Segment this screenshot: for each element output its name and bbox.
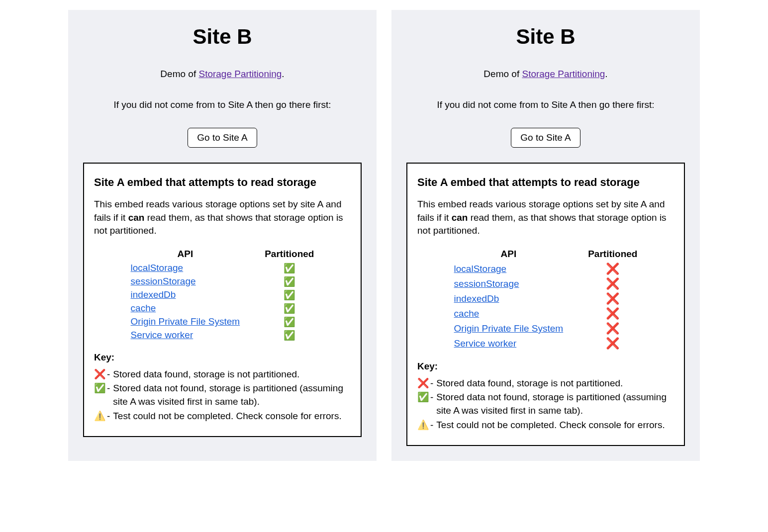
key-dash: - bbox=[430, 419, 436, 432]
key-list-1: ❌- Stored data found, storage is not par… bbox=[417, 377, 674, 432]
api-link[interactable]: Origin Private File System bbox=[454, 323, 564, 334]
api-cell: localStorage bbox=[118, 262, 253, 275]
api-link[interactable]: Service worker bbox=[454, 338, 517, 349]
api-link[interactable]: indexedDb bbox=[454, 293, 499, 304]
key-text: Stored data found, storage is not partit… bbox=[436, 377, 674, 390]
api-link[interactable]: sessionStorage bbox=[454, 278, 519, 289]
api-cell: Service worker bbox=[118, 329, 253, 342]
key-row: ❌- Stored data found, storage is not par… bbox=[417, 377, 674, 390]
storage-partitioning-link[interactable]: Storage Partitioning bbox=[198, 69, 282, 79]
key-text: Stored data found, storage is not partit… bbox=[113, 368, 351, 381]
warning-icon: ⚠️ bbox=[417, 419, 430, 432]
api-cell: sessionStorage bbox=[442, 276, 576, 291]
key-title: Key: bbox=[417, 361, 674, 372]
key-text: Stored data not found, storage is partit… bbox=[113, 382, 351, 408]
table-row: Origin Private File System❌ bbox=[442, 321, 650, 336]
embed-description: This embed reads various storage options… bbox=[94, 198, 351, 238]
status-cell: ❌ bbox=[576, 276, 650, 291]
go-to-site-a-button[interactable]: Go to Site A bbox=[511, 128, 580, 148]
check-icon: ✅ bbox=[94, 382, 107, 395]
key-dash: - bbox=[107, 410, 113, 423]
api-cell: indexedDb bbox=[442, 291, 576, 306]
api-link[interactable]: sessionStorage bbox=[131, 276, 196, 286]
api-cell: Service worker bbox=[442, 336, 576, 351]
check-icon: ✅ bbox=[284, 303, 295, 314]
api-link[interactable]: localStorage bbox=[454, 264, 507, 274]
embed-desc-strong: can bbox=[452, 212, 468, 223]
instruction-text: If you did not come from to Site A then … bbox=[406, 99, 685, 110]
table-row: Origin Private File System✅ bbox=[118, 315, 327, 329]
table-header-api: API bbox=[118, 247, 253, 262]
key-row: ⚠️- Test could not be completed. Check c… bbox=[417, 419, 674, 432]
status-cell: ✅ bbox=[252, 275, 326, 288]
key-dash: - bbox=[430, 391, 436, 404]
table-row: indexedDb❌ bbox=[442, 291, 650, 306]
api-cell: indexedDb bbox=[118, 288, 253, 302]
api-cell: cache bbox=[442, 306, 576, 321]
embed-description: This embed reads various storage options… bbox=[417, 198, 674, 238]
x-icon: ❌ bbox=[606, 337, 619, 350]
api-link[interactable]: Origin Private File System bbox=[131, 316, 240, 327]
api-cell: Origin Private File System bbox=[118, 315, 253, 329]
go-to-site-a-button[interactable]: Go to Site A bbox=[188, 128, 257, 148]
storage-partitioning-link[interactable]: Storage Partitioning bbox=[522, 69, 605, 79]
x-icon: ❌ bbox=[606, 277, 619, 290]
table-row: localStorage❌ bbox=[442, 262, 650, 276]
site-title: Site B bbox=[406, 25, 685, 49]
table-row: sessionStorage✅ bbox=[118, 275, 327, 288]
key-dash: - bbox=[430, 377, 436, 390]
embed-title: Site A embed that attempts to read stora… bbox=[94, 176, 351, 189]
panel-right: Site B Demo of Storage Partitioning. If … bbox=[391, 10, 700, 461]
api-table: API Partitioned localStorage✅sessionStor… bbox=[118, 247, 327, 342]
key-dash: - bbox=[107, 368, 113, 381]
check-icon: ✅ bbox=[284, 276, 295, 287]
table-row: cache✅ bbox=[118, 302, 327, 315]
intro-text: Demo of Storage Partitioning. bbox=[83, 69, 362, 80]
table-row: Service worker❌ bbox=[442, 336, 650, 351]
x-icon: ❌ bbox=[606, 322, 619, 335]
status-cell: ✅ bbox=[252, 288, 326, 302]
instruction-text: If you did not come from to Site A then … bbox=[83, 99, 362, 110]
api-link[interactable]: cache bbox=[131, 303, 156, 313]
status-cell: ✅ bbox=[252, 315, 326, 329]
embed-desc-strong: can bbox=[128, 212, 145, 223]
check-icon: ✅ bbox=[284, 290, 295, 300]
table-row: cache❌ bbox=[442, 306, 650, 321]
status-cell: ❌ bbox=[576, 291, 650, 306]
api-table-body-1: localStorage❌sessionStorage❌indexedDb❌ca… bbox=[442, 262, 650, 351]
x-icon: ❌ bbox=[417, 377, 430, 390]
check-icon: ✅ bbox=[284, 330, 295, 341]
table-row: indexedDb✅ bbox=[118, 288, 327, 302]
intro-prefix: Demo of bbox=[483, 69, 522, 79]
key-text: Stored data not found, storage is partit… bbox=[436, 391, 674, 417]
status-cell: ❌ bbox=[576, 306, 650, 321]
api-cell: localStorage bbox=[442, 262, 576, 276]
table-row: localStorage✅ bbox=[118, 262, 327, 275]
key-dash: - bbox=[107, 382, 113, 395]
embed-title: Site A embed that attempts to read stora… bbox=[417, 176, 674, 189]
check-icon: ✅ bbox=[284, 317, 295, 327]
table-row: sessionStorage❌ bbox=[442, 276, 650, 291]
api-table-body-0: localStorage✅sessionStorage✅indexedDb✅ca… bbox=[118, 262, 327, 342]
api-link[interactable]: localStorage bbox=[131, 263, 184, 273]
intro-prefix: Demo of bbox=[160, 69, 198, 79]
button-row: Go to Site A bbox=[406, 128, 685, 148]
status-cell: ❌ bbox=[576, 321, 650, 336]
key-text: Test could not be completed. Check conso… bbox=[436, 419, 674, 432]
status-cell: ❌ bbox=[576, 336, 650, 351]
key-text: Test could not be completed. Check conso… bbox=[113, 410, 351, 423]
check-icon: ✅ bbox=[284, 263, 295, 273]
panel-left: Site B Demo of Storage Partitioning. If … bbox=[68, 10, 377, 461]
api-link[interactable]: Service worker bbox=[131, 330, 193, 340]
intro-suffix: . bbox=[282, 69, 284, 79]
api-link[interactable]: indexedDb bbox=[131, 289, 176, 300]
check-icon: ✅ bbox=[417, 391, 430, 404]
api-cell: sessionStorage bbox=[118, 275, 253, 288]
warning-icon: ⚠️ bbox=[94, 410, 107, 423]
status-cell: ❌ bbox=[576, 262, 650, 276]
intro-suffix: . bbox=[605, 69, 607, 79]
api-link[interactable]: cache bbox=[454, 308, 480, 319]
intro-text: Demo of Storage Partitioning. bbox=[406, 69, 685, 80]
x-icon: ❌ bbox=[606, 263, 619, 275]
x-icon: ❌ bbox=[606, 292, 619, 305]
